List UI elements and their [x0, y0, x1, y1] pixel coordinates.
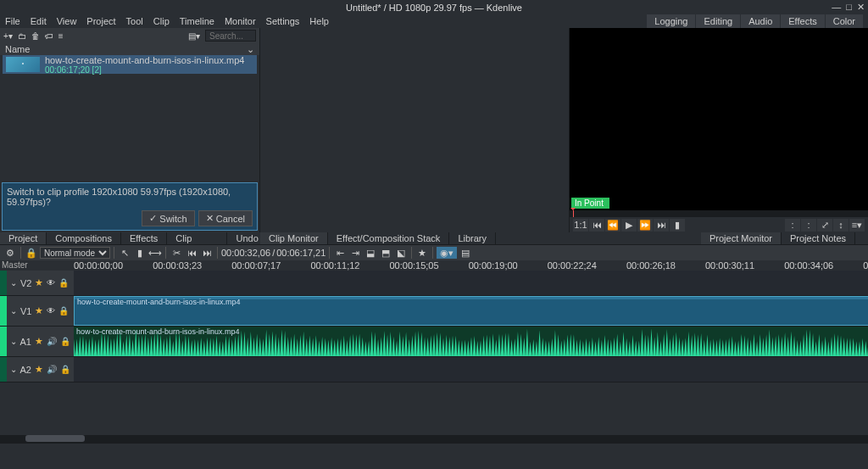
view-icon[interactable]: ▤▾ [188, 31, 200, 41]
menu-timeline[interactable]: Timeline [180, 16, 214, 26]
tab-compositions[interactable]: Compositions [47, 232, 121, 244]
video-clip[interactable]: how-to-create-mount-and-burn-isos-in-lin… [74, 296, 868, 326]
track-body-a2[interactable] [74, 357, 868, 382]
cancel-button[interactable]: ✕Cancel [198, 210, 253, 226]
rewind-icon[interactable]: ⏪ [605, 219, 620, 232]
tab-clip-properties[interactable]: Clip Properties [167, 232, 227, 244]
zone-out-icon[interactable]: ⇥ [348, 246, 362, 260]
minimize-icon[interactable]: — [832, 2, 841, 13]
marker-icon[interactable]: ▮ [670, 219, 685, 232]
tab-project-monitor[interactable]: Project Monitor [701, 232, 782, 244]
cursor-icon[interactable]: ↖ [118, 246, 131, 260]
collapse-icon[interactable]: ⌄ [10, 278, 17, 288]
lock-icon[interactable]: 🔒 [58, 278, 69, 288]
mute-icon[interactable]: 👁 [47, 278, 55, 288]
menu-clip[interactable]: Clip [153, 16, 170, 26]
track-head-a2[interactable]: ⌄A2★🔊🔒 [0, 357, 74, 382]
tab-project-notes[interactable]: Project Notes [782, 232, 855, 244]
track-body-v1[interactable]: how-to-create-mount-and-burn-isos-in-lin… [74, 296, 868, 326]
speaker-icon[interactable]: 🔊 [47, 337, 57, 346]
folder-icon[interactable]: 🗀 [18, 31, 26, 41]
close-icon[interactable]: ✕ [857, 2, 865, 13]
menu-settings[interactable]: Settings [266, 16, 300, 26]
menu-monitor[interactable]: Monitor [225, 16, 256, 26]
star-icon[interactable]: ★ [35, 364, 43, 375]
star-icon[interactable]: ★ [35, 305, 43, 316]
collapse-icon[interactable]: ⌄ [10, 337, 17, 346]
track-head-v2[interactable]: ⌄V2★👁🔒 [0, 271, 74, 295]
track-head-a1[interactable]: ⌄A1★🔊🔒 [0, 327, 74, 356]
switch-button[interactable]: ✓Switch [142, 210, 194, 226]
collapse-icon[interactable]: ⌄ [10, 306, 17, 315]
skip-start-icon[interactable]: ⏮ [589, 219, 604, 232]
bin-item[interactable]: how-to-create-mount-and-burn-isos-in-lin… [3, 55, 257, 74]
scrollbar-thumb[interactable] [25, 435, 85, 442]
menu-file[interactable]: File [5, 16, 20, 26]
overwrite-icon[interactable]: ⬓ [364, 246, 377, 260]
play-icon[interactable]: ▶ [621, 219, 637, 232]
track-body-v2[interactable] [74, 271, 868, 295]
gear-icon[interactable]: ⚙ [3, 246, 17, 260]
tag-icon[interactable]: 🏷 [45, 31, 53, 41]
menu-edit[interactable]: Edit [31, 16, 47, 26]
expand-icon[interactable]: ↕ [833, 219, 849, 232]
tab-library[interactable]: Library [449, 232, 496, 244]
list-icon[interactable]: ≡ [58, 31, 64, 41]
lock-icon[interactable]: 🔒 [25, 246, 38, 260]
timeline-scrollbar[interactable] [0, 435, 868, 444]
ratio-button[interactable]: 1:1 [573, 219, 588, 232]
tab-effect-stack[interactable]: Effect/Composition Stack [328, 232, 450, 244]
add-clip-icon[interactable]: +▾ [3, 31, 13, 41]
workspace-color[interactable]: Color [826, 14, 863, 28]
dots-icon-2[interactable]: : [801, 219, 816, 232]
workspace-audio[interactable]: Audio [741, 14, 780, 28]
collapse-icon[interactable]: ⌄ [10, 365, 17, 374]
search-input[interactable] [205, 30, 256, 42]
lift-icon[interactable]: ⬕ [394, 246, 408, 260]
render-icon[interactable]: ▤ [459, 246, 472, 260]
monitor-viewport[interactable] [570, 28, 868, 196]
workspace-effects[interactable]: Effects [781, 14, 824, 28]
track-body-a1[interactable]: how-to-create-mount-and-burn-isos-in-lin… [74, 327, 868, 356]
skip-end-icon[interactable]: ⏭ [654, 219, 669, 232]
timecode-current[interactable]: 00:00:32,06 [221, 248, 270, 258]
tab-clip-monitor[interactable]: Clip Monitor [260, 232, 328, 244]
maximize-icon[interactable]: □ [846, 2, 852, 13]
menu-tool[interactable]: Tool [126, 16, 143, 26]
options-icon[interactable]: ≡▾ [849, 219, 865, 232]
cut-icon[interactable]: ✂ [170, 246, 183, 260]
mute-icon[interactable]: 👁 [47, 306, 55, 315]
edit-mode-select[interactable]: Normal mode [40, 247, 110, 259]
menu-help[interactable]: Help [309, 16, 329, 26]
monitor-playhead[interactable] [573, 210, 574, 217]
star-icon[interactable]: ★ [35, 336, 43, 347]
tab-effects[interactable]: Effects [121, 232, 167, 244]
fullscreen-icon[interactable]: ⤢ [817, 219, 832, 232]
audio-clip[interactable]: how-to-create-mount-and-burn-isos-in-lin… [74, 327, 868, 356]
workspace-editing[interactable]: Editing [696, 14, 740, 28]
spacer-icon[interactable]: ⟷ [148, 246, 162, 260]
speaker-icon[interactable]: 🔊 [47, 365, 57, 374]
menu-view[interactable]: View [57, 16, 77, 26]
workspace-logging[interactable]: Logging [647, 14, 695, 28]
favorite-icon[interactable]: ★ [415, 246, 429, 260]
lock-icon[interactable]: 🔒 [60, 365, 70, 374]
insert-icon[interactable]: ⬒ [379, 246, 392, 260]
menu-project[interactable]: Project [86, 16, 115, 26]
track-head-v1[interactable]: ⌄V1★👁🔒 [0, 296, 74, 326]
preview-button[interactable]: ◉▾ [437, 247, 457, 259]
tab-project-bin[interactable]: Project Bin [0, 232, 47, 244]
zone-in-icon[interactable]: ⇤ [333, 246, 347, 260]
timeline-ruler[interactable]: Master 00:00:00;0000:00:03;2300:00:07;17… [0, 260, 868, 271]
star-icon[interactable]: ★ [35, 277, 43, 288]
delete-icon[interactable]: 🗑 [31, 31, 40, 41]
dots-icon[interactable]: : [785, 219, 800, 232]
in-point-badge[interactable]: In Point [571, 198, 609, 209]
lock-icon[interactable]: 🔒 [58, 306, 69, 315]
bin-header[interactable]: Name ⌄ [0, 43, 259, 55]
prev-icon[interactable]: ⏮ [185, 246, 198, 260]
lock-icon[interactable]: 🔒 [60, 337, 70, 346]
forward-icon[interactable]: ⏩ [637, 219, 653, 232]
monitor-ruler[interactable] [570, 210, 868, 217]
razor-icon[interactable]: ▮ [133, 246, 147, 260]
